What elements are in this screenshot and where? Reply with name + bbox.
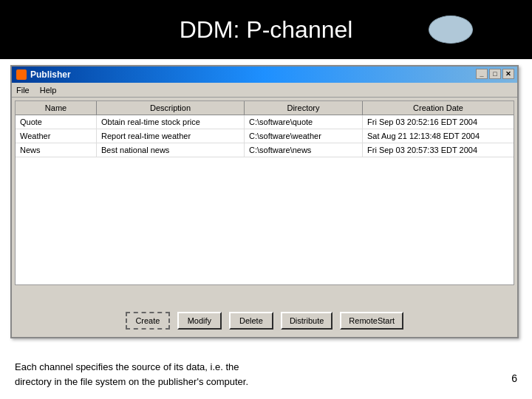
banner-title: DDM: P-channel [180,16,353,44]
modify-button[interactable]: Modify [177,312,222,330]
publisher-table: Name Description Directory Creation Date… [15,100,514,285]
table-row[interactable]: QuoteObtain real-time stock priceC:\soft… [16,115,514,129]
window-controls[interactable]: _ □ ✕ [476,69,514,79]
cell-creation_date: Sat Aug 21 12:13:48 EDT 2004 [363,129,514,143]
caption-line1: Each channel specifies the source of its… [15,361,239,372]
publisher-window: Publisher _ □ ✕ File Help Name Descripti… [10,65,519,338]
cell-description: Report real-time weather [97,129,245,143]
distribute-button[interactable]: Distribute [281,312,332,330]
cell-creation_date: Fri Sep 03 20:57:33 EDT 2004 [363,143,514,157]
close-button[interactable]: ✕ [502,69,514,79]
menu-bar: File Help [12,83,517,98]
page-number: 6 [511,372,517,384]
remotestart-button[interactable]: RemoteStart [340,312,403,330]
button-area: Create Modify Delete Distribute RemoteSt… [12,312,517,330]
maximize-button[interactable]: □ [489,69,501,79]
delete-button[interactable]: Delete [229,312,273,330]
col-header-directory: Directory [245,101,363,115]
cell-name: Weather [16,129,97,143]
table-body: QuoteObtain real-time stock priceC:\soft… [16,115,514,157]
menu-help[interactable]: Help [40,86,57,95]
col-header-name: Name [16,101,97,115]
title-bar: Publisher _ □ ✕ [12,66,517,83]
table-row[interactable]: NewsBest national newsC:\software\newsFr… [16,143,514,157]
caption-line2: directory in the file system on the publ… [15,376,248,387]
cell-name: News [16,143,97,157]
cell-directory: C:\software\weather [245,129,363,143]
window-icon [16,69,27,80]
cell-name: Quote [16,115,97,129]
cell-description: Best national news [97,143,245,157]
table-row[interactable]: WeatherReport real-time weatherC:\softwa… [16,129,514,143]
cell-description: Obtain real-time stock price [97,115,245,129]
cell-directory: C:\software\quote [245,115,363,129]
cell-directory: C:\software\news [245,143,363,157]
create-button[interactable]: Create [126,312,170,330]
cell-creation_date: Fri Sep 03 20:52:16 EDT 2004 [363,115,514,129]
menu-file[interactable]: File [16,86,30,95]
top-banner: DDM: P-channel [0,0,532,59]
table-header: Name Description Directory Creation Date [16,101,514,115]
oval-decoration [429,16,473,44]
window-title: Publisher [30,69,71,80]
bottom-caption: Each channel specifies the source of its… [15,360,488,389]
col-header-description: Description [97,101,245,115]
col-header-creation-date: Creation Date [363,101,514,115]
minimize-button[interactable]: _ [476,69,488,79]
